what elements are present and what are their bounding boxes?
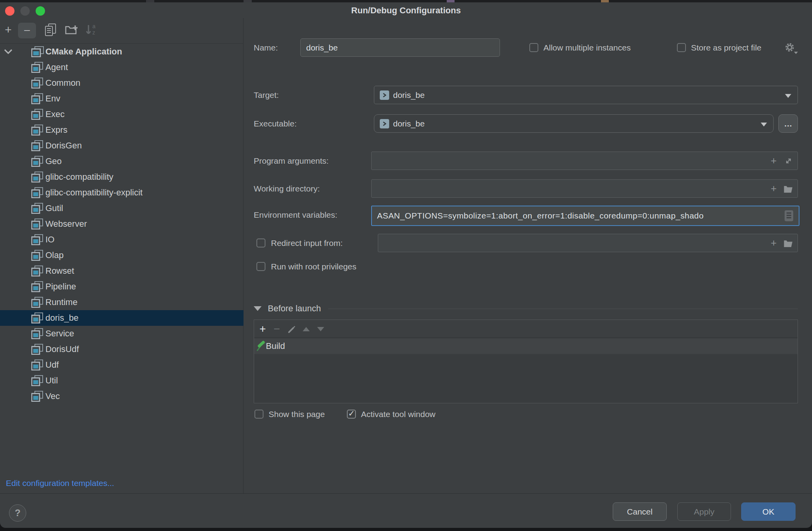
tree-item[interactable]: glibc-compatibility	[0, 169, 244, 185]
add-macro-icon[interactable]: +	[769, 184, 779, 194]
apply-button[interactable]: Apply	[677, 502, 731, 521]
tree-item[interactable]: Runtime	[0, 294, 244, 310]
activate-tool-window-checkbox[interactable]	[347, 410, 356, 419]
name-input[interactable]	[300, 38, 500, 57]
store-as-project-file-label[interactable]: Store as project file	[691, 38, 761, 57]
tree-item[interactable]: Udf	[0, 357, 244, 373]
tree-item[interactable]: Gutil	[0, 200, 244, 216]
tree-item[interactable]: Webserver	[0, 216, 244, 232]
tree-item[interactable]: Rowset	[0, 263, 244, 279]
working-directory-input[interactable]	[372, 180, 798, 197]
show-this-page-label[interactable]: Show this page	[269, 405, 325, 423]
add-task-icon[interactable]: +	[257, 320, 268, 338]
tree-item[interactable]: Service	[0, 326, 244, 341]
run-configuration-icon	[31, 250, 43, 261]
browse-folder-icon[interactable]	[783, 184, 794, 194]
tree-item[interactable]: doris_be	[0, 310, 244, 326]
tree-item[interactable]: Olap	[0, 247, 244, 263]
working-directory-label: Working directory:	[254, 179, 320, 198]
run-configuration-icon	[31, 234, 43, 245]
allow-multiple-instances-checkbox[interactable]	[529, 43, 538, 52]
dropdown-caret-icon	[761, 123, 767, 126]
run-configuration-icon	[31, 172, 43, 182]
before-launch-panel: + − Build	[254, 320, 798, 403]
activate-tool-window-label[interactable]: Activate tool window	[361, 405, 435, 423]
run-configuration-icon	[31, 281, 43, 292]
tree-item[interactable]: Pipeline	[0, 279, 244, 294]
tree-item[interactable]: DorisGen	[0, 138, 244, 154]
run-configuration-icon	[31, 312, 43, 323]
redirect-input-input[interactable]	[378, 234, 798, 252]
tree-item[interactable]: Geo	[0, 154, 244, 169]
before-launch-task[interactable]: Build	[254, 338, 798, 354]
tree-item-label: Env	[45, 94, 60, 104]
gear-icon[interactable]	[785, 42, 796, 53]
cmake-target-icon	[380, 90, 389, 100]
ok-button[interactable]: OK	[741, 502, 796, 521]
redirect-input-field: +	[378, 234, 798, 252]
run-configuration-icon	[31, 359, 43, 370]
add-macro-icon[interactable]: +	[769, 238, 779, 248]
edit-configuration-templates-link[interactable]: Edit configuration templates...	[6, 474, 114, 492]
tree-item-cmake-application[interactable]: CMake Application	[0, 44, 244, 60]
collapse-triangle-icon	[254, 306, 262, 311]
minimize-window-button[interactable]	[20, 6, 30, 16]
close-window-button[interactable]	[5, 6, 14, 16]
target-label: Target:	[254, 86, 279, 104]
tree-item[interactable]: Agent	[0, 60, 244, 75]
tree-item[interactable]: Exec	[0, 107, 244, 122]
show-this-page-checkbox[interactable]	[254, 410, 263, 419]
executable-value: doris_be	[393, 119, 425, 128]
sort-configurations-icon[interactable]: az	[85, 20, 98, 39]
tree-item-label: DorisGen	[45, 141, 82, 151]
chevron-down-icon[interactable]	[4, 49, 13, 54]
executable-combobox[interactable]: doris_be	[374, 114, 774, 133]
run-configuration-icon	[31, 344, 43, 355]
configurations-tree: CMake Application Agent Common	[0, 44, 244, 404]
run-configuration-icon	[31, 156, 43, 167]
tree-item[interactable]: IO	[0, 232, 244, 247]
tree-item[interactable]: DorisUdf	[0, 341, 244, 357]
allow-multiple-instances-label[interactable]: Allow multiple instances	[543, 38, 631, 57]
tree-item[interactable]: Common	[0, 75, 244, 91]
before-launch-toolbar: + −	[254, 320, 798, 338]
browse-folder-icon[interactable]	[783, 238, 794, 248]
new-folder-icon[interactable]	[64, 20, 79, 39]
store-as-project-file-checkbox[interactable]	[677, 43, 686, 52]
before-launch-header[interactable]: Before launch	[254, 300, 798, 318]
expand-field-icon[interactable]	[783, 156, 794, 166]
program-arguments-input[interactable]	[372, 152, 798, 170]
dropdown-caret-icon	[785, 94, 791, 98]
tree-item[interactable]: Vec	[0, 388, 244, 404]
add-macro-icon[interactable]: +	[769, 156, 779, 166]
environment-variables-input[interactable]	[372, 206, 799, 225]
tree-item-label: Vec	[45, 391, 60, 401]
browse-executable-button[interactable]: …	[778, 114, 798, 133]
edit-task-icon[interactable]	[285, 320, 297, 338]
program-arguments-field: +	[371, 152, 798, 170]
add-configuration-icon[interactable]: +	[2, 20, 14, 39]
run-configuration-icon	[31, 203, 43, 214]
copy-configuration-icon[interactable]	[44, 20, 57, 39]
zoom-window-button[interactable]	[36, 6, 45, 16]
working-directory-field: +	[371, 179, 798, 198]
tree-item[interactable]: glibc-compatibility-explicit	[0, 185, 244, 200]
run-with-root-label[interactable]: Run with root privileges	[271, 257, 356, 276]
redirect-input-checkbox[interactable]	[256, 238, 265, 247]
tree-item-label: IO	[45, 235, 54, 245]
remove-task-icon[interactable]: −	[271, 320, 282, 338]
redirect-input-label[interactable]: Redirect input from:	[271, 234, 343, 252]
tree-item-label: Udf	[45, 360, 59, 370]
tree-item[interactable]: Util	[0, 373, 244, 388]
target-dropdown[interactable]: doris_be	[374, 86, 798, 104]
remove-configuration-icon[interactable]: −	[18, 23, 36, 38]
help-button[interactable]: ?	[9, 504, 26, 522]
browse-environment-variables-icon[interactable]	[784, 211, 794, 221]
tree-item[interactable]: Env	[0, 91, 244, 107]
cancel-button[interactable]: Cancel	[613, 502, 667, 521]
tree-item[interactable]: Exprs	[0, 122, 244, 138]
run-with-root-checkbox[interactable]	[256, 262, 265, 271]
run-configuration-icon	[31, 62, 43, 73]
move-task-up-icon[interactable]	[300, 320, 312, 338]
move-task-down-icon[interactable]	[315, 320, 327, 338]
